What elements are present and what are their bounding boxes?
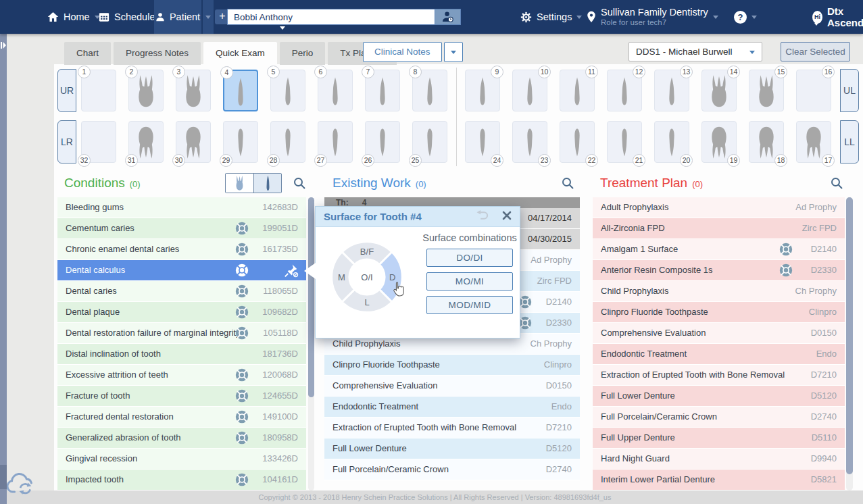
tooth-cell[interactable]: 29 bbox=[223, 121, 258, 163]
surface-selector-icon[interactable] bbox=[779, 263, 793, 278]
root-view-toggle[interactable] bbox=[253, 174, 281, 193]
patient-search-input[interactable] bbox=[227, 9, 435, 25]
tooth-cell[interactable]: 17 bbox=[796, 121, 831, 163]
condition-row[interactable]: Generalized abrasion of tooth 180958D bbox=[57, 428, 306, 449]
existing-work-row[interactable]: Endodontic Treatment Endo bbox=[324, 397, 580, 418]
nav-settings[interactable]: Settings bbox=[520, 0, 582, 34]
tooth-cell[interactable]: 30 bbox=[176, 121, 211, 163]
surface-combo-button[interactable]: DO/DI bbox=[426, 249, 513, 267]
tooth-cell[interactable]: 3 bbox=[176, 70, 211, 111]
treatment-plan-row[interactable]: Comprehensive Evaluation D0150 bbox=[593, 323, 845, 344]
tooth-cell[interactable]: 2 bbox=[128, 70, 164, 111]
pin-disabled-icon[interactable] bbox=[284, 263, 299, 278]
surface-selector-icon[interactable] bbox=[235, 409, 249, 424]
condition-row[interactable]: Gingival recession 133426D bbox=[57, 449, 306, 470]
treatment-plan-row[interactable]: Full Lower Denture D5120 bbox=[593, 386, 845, 407]
provider-select[interactable]: DDS1 - Michael Burwell bbox=[628, 42, 762, 61]
clear-selected-button[interactable]: Clear Selected bbox=[781, 42, 850, 61]
tooth-cell[interactable]: 14 bbox=[701, 70, 737, 111]
panel-expand-handle[interactable] bbox=[1, 39, 6, 51]
treatment-plan-search-icon[interactable] bbox=[830, 176, 843, 190]
treatment-scrollbar-thumb[interactable] bbox=[846, 197, 853, 474]
treatment-plan-row[interactable]: Clinpro Fluoride Toothpaste Clinpro bbox=[593, 302, 845, 323]
nav-patient-dropdown[interactable] bbox=[203, 0, 214, 34]
tooth-cell[interactable]: 27 bbox=[318, 121, 353, 163]
tooth-cell[interactable]: 24 bbox=[465, 121, 500, 163]
tooth-cell[interactable]: 20 bbox=[654, 121, 689, 163]
surface-selector-icon[interactable] bbox=[235, 221, 249, 236]
tooth-cell[interactable]: 26 bbox=[365, 121, 400, 163]
quadrant-label-ul[interactable]: UL bbox=[840, 69, 859, 112]
treatment-plan-row[interactable]: Endodontic Treatment Endo bbox=[593, 344, 845, 365]
tooth-cell[interactable]: 10 bbox=[512, 70, 547, 111]
existing-work-row[interactable]: Comprehensive Evaluation D0150 bbox=[324, 376, 580, 397]
treatment-plan-row[interactable]: Child Prophylaxis Ch Prophy bbox=[593, 281, 845, 302]
treatment-plan-row[interactable]: All-Zirconia FPD Zirc FPD bbox=[593, 218, 845, 239]
surface-selector-icon[interactable] bbox=[235, 388, 249, 403]
tooth-cell[interactable]: 6 bbox=[318, 70, 353, 111]
quadrant-label-ur[interactable]: UR bbox=[57, 69, 76, 112]
molar-view-toggle[interactable] bbox=[226, 174, 253, 193]
tooth-cell[interactable]: 28 bbox=[270, 121, 305, 163]
patient-search-button[interactable] bbox=[435, 9, 461, 25]
conditions-search-icon[interactable] bbox=[293, 176, 306, 190]
existing-work-row[interactable]: Full Porcelain/Ceramic Crown D2740 bbox=[324, 459, 580, 480]
clinical-notes-dropdown[interactable] bbox=[444, 42, 463, 62]
surface-selector-icon[interactable] bbox=[235, 263, 249, 278]
rail-scroll-thumb[interactable] bbox=[0, 465, 7, 489]
tooth-cell[interactable]: 7 bbox=[365, 70, 400, 111]
tooth-cell[interactable]: 12 bbox=[607, 70, 642, 111]
clinical-notes-button[interactable]: Clinical Notes bbox=[363, 42, 442, 62]
tab[interactable]: Perio bbox=[280, 42, 326, 65]
close-icon[interactable] bbox=[502, 211, 512, 223]
surface-selector-icon[interactable] bbox=[235, 430, 249, 445]
tooth-cell[interactable]: 32 bbox=[81, 121, 116, 163]
surface-selector-icon[interactable] bbox=[235, 242, 249, 257]
existing-work-search-icon[interactable] bbox=[561, 176, 574, 190]
condition-row[interactable]: Fracture of tooth 124655D bbox=[57, 386, 306, 407]
tooth-cell[interactable]: 31 bbox=[128, 121, 164, 163]
condition-row[interactable]: Chronic enamel dental caries 161735D bbox=[57, 239, 306, 260]
tooth-cell[interactable]: 1 bbox=[81, 70, 116, 111]
treatment-plan-row[interactable]: Full Porcelain/Ceramic Crown D2740 bbox=[593, 407, 845, 428]
condition-row[interactable]: Distal inclination of tooth 181736D bbox=[57, 344, 306, 365]
nav-home[interactable]: Home bbox=[47, 0, 100, 34]
condition-row[interactable]: Dental restoration failure of marginal i… bbox=[57, 323, 306, 344]
tooth-cell[interactable]: 21 bbox=[607, 121, 642, 163]
undo-icon[interactable] bbox=[476, 209, 490, 224]
tab[interactable]: Quick Exam bbox=[203, 42, 277, 65]
tooth-cell[interactable]: 22 bbox=[560, 121, 595, 163]
tooth-cell[interactable]: 15 bbox=[749, 70, 784, 111]
tooth-cell[interactable]: 16 bbox=[796, 70, 831, 111]
treatment-plan-row[interactable]: Full Upper Denture D5110 bbox=[593, 428, 845, 449]
nav-patient[interactable]: Patient bbox=[154, 0, 201, 34]
tooth-cell[interactable]: 13 bbox=[654, 70, 689, 111]
conditions-scrollbar-thumb[interactable] bbox=[308, 197, 314, 397]
treatment-plan-row[interactable]: Adult Prophylaxis Ad Prophy bbox=[593, 197, 845, 218]
condition-row[interactable]: Dental calculus bbox=[57, 260, 306, 281]
existing-work-row[interactable]: Clinpro Fluoride Toothpaste Clinpro bbox=[324, 355, 580, 376]
quadrant-label-lr[interactable]: LR bbox=[57, 120, 76, 163]
tooth-cell[interactable]: 5 bbox=[270, 70, 305, 111]
tooth-cell[interactable]: 19 bbox=[701, 121, 737, 163]
condition-row[interactable]: Fractured dental restoration 149100D bbox=[57, 407, 306, 428]
tooth-cell[interactable]: 23 bbox=[512, 121, 547, 163]
nav-practice[interactable]: Sullivan Family Dentistry Role for user … bbox=[587, 0, 718, 34]
surface-combo-button[interactable]: MOD/MID bbox=[426, 296, 513, 314]
tooth-cell[interactable]: 8 bbox=[412, 70, 447, 111]
surface-selector-icon[interactable] bbox=[235, 305, 249, 320]
treatment-plan-row[interactable]: Hard Night Guard D9940 bbox=[593, 449, 845, 470]
tooth-cell[interactable]: 25 bbox=[412, 121, 447, 163]
tooth-cell[interactable]: 18 bbox=[749, 121, 784, 163]
treatment-plan-row[interactable]: Extraction of Erupted Tooth with Bone Re… bbox=[593, 365, 845, 386]
existing-work-row[interactable]: Full Lower Denture D5120 bbox=[324, 438, 580, 459]
condition-row[interactable]: Dental plaque 109682D bbox=[57, 302, 306, 323]
treatment-plan-row[interactable]: Anterior Resin Composite 1s D2330 bbox=[593, 260, 845, 281]
existing-work-row[interactable]: Extraction of Erupted Tooth with Bone Re… bbox=[324, 418, 580, 438]
tooth-cell[interactable]: 9 bbox=[465, 70, 500, 111]
surface-selector-icon[interactable] bbox=[235, 472, 249, 487]
condition-row[interactable]: Cementum caries 199051D bbox=[57, 218, 306, 239]
condition-row[interactable]: Impacted tooth 104161D bbox=[57, 470, 306, 490]
condition-row[interactable]: Bleeding gums 142683D bbox=[57, 197, 306, 218]
treatment-plan-row[interactable]: Amalgam 1 Surface D2140 bbox=[593, 239, 845, 260]
